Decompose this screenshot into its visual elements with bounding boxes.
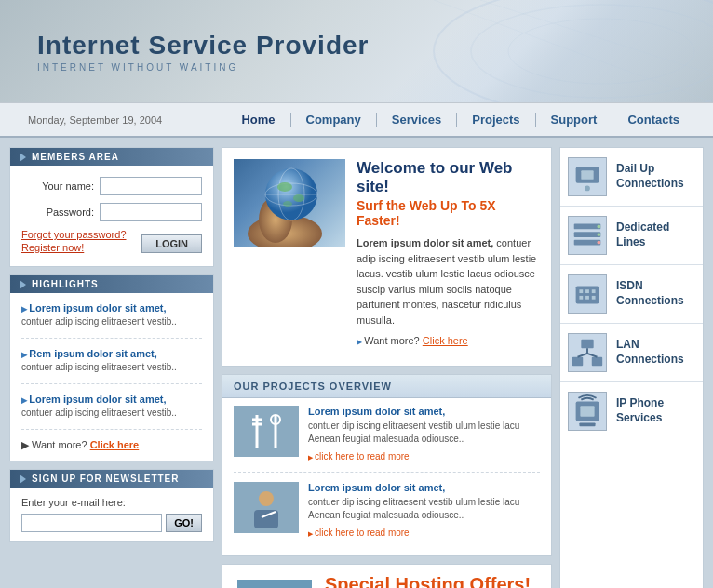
service-item-ipphone[interactable]: IP Phone Services xyxy=(560,382,703,440)
welcome-heading1: Welcome to our Web site! xyxy=(356,159,540,196)
highlight-want-more: ▶ Want more? Click here xyxy=(21,439,202,451)
name-row: Your name: xyxy=(21,177,202,195)
highlight-text-1: contuer adip iscing elitraesent vestib.. xyxy=(21,315,202,328)
nav-company[interactable]: Company xyxy=(291,113,377,127)
header: Internet Service Provider INTERNET WITHO… xyxy=(0,0,713,102)
service-item-isdn[interactable]: ISDN Connections xyxy=(560,265,703,324)
welcome-heading2: Surf the Web Up To 5X Faster! xyxy=(356,198,540,228)
highlight-link-3[interactable]: Lorem ipsum dolor sit amet, xyxy=(21,394,202,405)
right-sidebar: Dail Up Connections Dedicated Lines xyxy=(559,147,704,588)
members-area-label: Members Area xyxy=(32,152,119,162)
dialup-svg xyxy=(569,158,606,195)
welcome-text: Welcome to our Web site! Surf the Web Up… xyxy=(356,159,540,354)
ipphone-svg xyxy=(569,393,606,430)
service-item-dialup[interactable]: Dail Up Connections xyxy=(560,148,703,207)
service-name-dialup: Dail Up Connections xyxy=(616,162,695,191)
isdn-svg xyxy=(569,275,606,313)
svg-point-21 xyxy=(259,491,274,506)
left-sidebar: Members Area Your name: Password: Forgot… xyxy=(9,147,214,588)
highlight-item-3: Lorem ipsum dolor sit amet, contuer adip… xyxy=(21,394,202,430)
site-subtitle: INTERNET WITHOUT WAITING xyxy=(37,62,369,73)
navbar-links: Home Company Services Projects Support C… xyxy=(226,113,694,127)
newsletter-description: Enter your e-mail here: xyxy=(21,497,202,508)
project-text-1: Lorem ipsum dolor sit amet, contuer dip … xyxy=(308,406,540,462)
project-thumb-1 xyxy=(234,406,299,457)
header-title: Internet Service Provider INTERNET WITHO… xyxy=(37,31,369,73)
header-background xyxy=(341,0,713,102)
welcome-want-more: Want more? Click here xyxy=(356,333,540,349)
highlight-link-2[interactable]: Rem ipsum dolor sit amet, xyxy=(21,348,202,359)
lan-icon xyxy=(568,333,607,372)
service-name-isdn: ISDN Connections xyxy=(616,279,695,308)
newsletter-go-button[interactable]: GO! xyxy=(166,514,202,532)
nav-home[interactable]: Home xyxy=(226,113,290,127)
svg-rect-54 xyxy=(585,296,589,300)
svg-rect-42 xyxy=(574,224,601,230)
navbar: Monday, September 19, 2004 Home Company … xyxy=(0,102,713,138)
project-readmore-2[interactable]: click here to read more xyxy=(308,528,410,538)
name-input[interactable] xyxy=(100,177,202,195)
service-name-ipphone: IP Phone Services xyxy=(616,396,695,425)
project-item-1: Lorem ipsum dolor sit amet, contuer dip … xyxy=(234,406,540,473)
welcome-click-here[interactable]: Click here xyxy=(423,335,468,346)
svg-rect-50 xyxy=(579,289,583,293)
site-title: Internet Service Provider xyxy=(37,31,369,60)
ipphone-icon xyxy=(568,392,607,431)
projects-box: Our Projects Overview xyxy=(222,374,552,556)
svg-rect-59 xyxy=(592,357,602,367)
highlight-link-1[interactable]: Lorem ipsum dolor sit amet, xyxy=(21,302,202,314)
newsletter-section: Sign Up For Newsletter Enter your e-mail… xyxy=(9,469,214,542)
svg-rect-58 xyxy=(572,357,583,367)
members-area-form: Your name: Password: Forgot your passwor… xyxy=(10,166,213,266)
newsletter-email-input[interactable] xyxy=(21,514,162,532)
project-readmore-1[interactable]: click here to read more xyxy=(308,451,410,461)
dedicated-svg xyxy=(569,217,606,254)
svg-rect-43 xyxy=(574,232,601,237)
main-content: Members Area Your name: Password: Forgot… xyxy=(0,138,713,588)
login-button[interactable]: LOGIN xyxy=(141,234,202,253)
forgot-password-link[interactable]: Forgot your password? xyxy=(21,229,127,240)
svg-rect-44 xyxy=(574,240,601,246)
project-thumb-2 xyxy=(234,482,299,533)
navbar-date: Monday, September 19, 2004 xyxy=(19,114,226,126)
svg-rect-65 xyxy=(580,406,594,416)
project-body-1: contuer dip iscing elitraesent vestib ul… xyxy=(308,420,540,446)
service-item-lan[interactable]: LAN Connections xyxy=(560,324,703,382)
svg-rect-57 xyxy=(581,340,593,349)
project-title-2: Lorem ipsum dolor sit amet, xyxy=(308,482,540,493)
header-decoration-svg xyxy=(341,0,713,102)
members-area-section: Members Area Your name: Password: Forgot… xyxy=(9,147,214,267)
highlight-click-here[interactable]: Click here xyxy=(90,439,140,450)
welcome-image xyxy=(234,159,345,247)
svg-point-11 xyxy=(277,182,292,192)
center-content: Welcome to our Web site! Surf the Web Up… xyxy=(222,147,552,588)
service-item-dedicated[interactable]: Dedicated Lines xyxy=(560,207,703,265)
nav-projects[interactable]: Projects xyxy=(457,113,535,127)
nav-support[interactable]: Support xyxy=(536,113,613,127)
dedicated-icon xyxy=(568,216,607,255)
password-input[interactable] xyxy=(100,203,202,221)
nav-contacts[interactable]: Contacts xyxy=(612,113,694,127)
svg-rect-14 xyxy=(234,406,299,457)
auth-links: Forgot your password? Register now! xyxy=(21,229,127,253)
svg-rect-66 xyxy=(579,422,595,426)
password-row: Password: xyxy=(21,203,202,221)
offer-heading: Special Hosting Offers! xyxy=(325,574,531,589)
highlight-text-3: contuer adip iscing elitraesent vestib.. xyxy=(21,407,202,420)
offer-text: Special Hosting Offers! from $5.95 per/m… xyxy=(325,574,531,589)
welcome-body: Lorem ipsum dolor sit amet, contuer adip… xyxy=(356,235,540,327)
newsletter-content: Enter your e-mail here: GO! xyxy=(10,488,213,541)
isdn-icon xyxy=(568,274,607,314)
projects-items: Lorem ipsum dolor sit amet, contuer dip … xyxy=(222,398,551,555)
lan-svg xyxy=(569,334,606,371)
highlight-text-2: contuer adip iscing elitraesent vestib.. xyxy=(21,361,202,374)
svg-rect-40 xyxy=(581,170,593,180)
highlight-item-2: Rem ipsum dolor sit amet, contuer adip i… xyxy=(21,348,202,384)
newsletter-row: GO! xyxy=(21,514,202,532)
members-bottom: Forgot your password? Register now! LOGI… xyxy=(21,229,202,255)
newsletter-label: Sign Up For Newsletter xyxy=(32,474,180,484)
nav-services[interactable]: Services xyxy=(377,113,458,127)
register-link[interactable]: Register now! xyxy=(21,242,127,253)
svg-rect-49 xyxy=(576,286,599,303)
offer-image xyxy=(237,580,312,589)
